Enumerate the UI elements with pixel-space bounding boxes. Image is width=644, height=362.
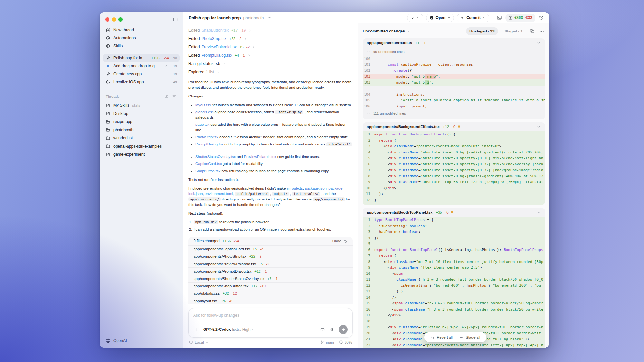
diff-more-button[interactable]: [538, 28, 545, 34]
project-item-my-skills[interactable]: My Skillsskills: [103, 101, 180, 110]
thread-item-localize-ios-app[interactable]: Localize iOS app4d: [103, 78, 180, 86]
diff-file-header[interactable]: app/components/BoothTopPanel.tsx+35-0: [363, 208, 545, 217]
sidebar-item-skills[interactable]: Skills: [103, 42, 180, 50]
project-label: openai-apps-sdk-examples: [113, 144, 162, 149]
revert-all-button[interactable]: Revert all: [430, 335, 453, 339]
file-link[interactable]: globals.css: [195, 110, 213, 114]
file-link[interactable]: ShutterStatusOverlay.tsx: [195, 155, 236, 159]
chat-event[interactable]: Rangit status -sb: [188, 60, 353, 68]
project-item-openai-apps-sdk-examples[interactable]: openai-apps-sdk-examples: [103, 142, 180, 151]
filter-threads-button[interactable]: [172, 94, 176, 99]
project-item-recipe-app[interactable]: recipe-app: [103, 118, 180, 126]
copy-diff-button[interactable]: [529, 28, 535, 34]
diff-line: 10 </div>: [363, 185, 545, 191]
thread-item-add-drag-and-drop-to-gallery-phot[interactable]: Add drag and drop to gallery phot...1d: [103, 62, 180, 70]
diff-stats-badge[interactable]: +863 -332: [505, 14, 535, 22]
play-icon: [411, 16, 415, 20]
screenshot-button[interactable]: [319, 327, 326, 333]
open-button[interactable]: Open: [426, 14, 454, 22]
file-row[interactable]: app/globals.css+32-12: [188, 290, 353, 297]
chat-event[interactable]: EditedPreviewPolaroid.tsx+5-2: [188, 43, 353, 51]
line-number: 20: [363, 331, 374, 335]
project-item-wanderlust[interactable]: wanderlust: [103, 134, 180, 143]
chat-event[interactable]: EditedPromptDialog.tsx+4-1: [188, 51, 353, 60]
unmodified-lines-toggle[interactable]: 111 unmodified lines: [363, 109, 545, 117]
tab-unstaged[interactable]: Unstaged · 33: [466, 27, 498, 35]
branch-indicator[interactable]: main: [320, 340, 334, 344]
file-link[interactable]: PhotoStrip.tsx: [195, 135, 218, 139]
diff-file-body: 99 unmodified lines100101 const captionP…: [363, 47, 545, 119]
file-link[interactable]: SnapButton.tsx: [195, 169, 220, 173]
diff-file-header[interactable]: app/components/BackgroundEffects.tsx+12-…: [363, 122, 545, 131]
step-text: I can add a share/download action or an …: [194, 227, 331, 232]
file-row[interactable]: app/components/PhotoStrip.tsx+22-2: [188, 253, 353, 260]
file-link[interactable]: environment.toml: [205, 192, 233, 196]
file-link[interactable]: layout.tsx: [195, 103, 211, 107]
inline-code: role="alert": [326, 142, 352, 146]
diff-line: 11 className={`h-3 w-3 rounded-full bord…: [363, 277, 545, 283]
mic-button[interactable]: [329, 327, 335, 333]
file-link[interactable]: page.tsx: [195, 123, 209, 126]
event-target: PreviewPolaroid.tsx: [201, 45, 237, 49]
chat-event[interactable]: Explored1 list: [188, 68, 353, 76]
project-item-desktop[interactable]: Desktop: [103, 109, 180, 118]
file-row[interactable]: app/components/SnapButton.tsx+17-19: [188, 282, 353, 290]
account-row[interactable]: OpenAI: [105, 338, 127, 343]
file-link[interactable]: package-lock.json: [188, 186, 344, 196]
file-link[interactable]: route.ts: [290, 186, 303, 190]
undo-button[interactable]: Undo: [332, 239, 347, 243]
sidebar-item-label: Skills: [113, 44, 123, 48]
attach-button[interactable]: [193, 327, 199, 333]
minimize-button[interactable]: [112, 17, 116, 22]
thread-menu-button[interactable]: [267, 15, 272, 21]
project-item-photobooth[interactable]: photobooth: [103, 126, 180, 134]
sidebar-item-automations[interactable]: Automations: [103, 34, 180, 42]
unmodified-lines-toggle[interactable]: 99 unmodified lines: [363, 48, 545, 56]
sidebar-item-new-thread[interactable]: New thread: [103, 26, 180, 34]
file-row[interactable]: app/components/ShutterStatusOverlay.tsx+…: [188, 275, 353, 282]
toolbar: Open Commit +863 -332: [407, 14, 545, 22]
terminal-button[interactable]: [496, 14, 503, 21]
file-link[interactable]: package.json: [305, 186, 327, 190]
commit-button[interactable]: Commit: [457, 14, 489, 22]
file-row[interactable]: app/components/PromptDialog.tsx+12-1: [188, 267, 353, 275]
event-target: PromptDialog.tsx: [201, 53, 232, 58]
file-row[interactable]: app/layout.tsx+26-8: [188, 297, 353, 304]
chat-transcript[interactable]: EditedSnapButton.tsx+17-19EditedPhotoStr…: [188, 23, 353, 304]
file-link[interactable]: PromptDialog.tsx: [195, 142, 223, 146]
run-button[interactable]: [407, 14, 423, 22]
stage-all-button[interactable]: Stage all: [459, 335, 480, 339]
line-code: }`}: [374, 289, 545, 293]
thread-item-create-new-app[interactable]: Create new app1d: [103, 70, 180, 78]
environment-selector[interactable]: Local: [189, 340, 209, 344]
chat-event[interactable]: EditedSnapButton.tsx+17-19: [188, 26, 353, 34]
zoom-button[interactable]: [118, 17, 123, 22]
diff-line: 7 <div className="absolute inset-0 opaci…: [363, 167, 545, 173]
tab-staged[interactable]: Staged · 1: [501, 27, 526, 35]
file-row[interactable]: app/components/CaptionCard.tsx+5-2: [188, 245, 353, 253]
open-label: Open: [436, 15, 446, 20]
composer-input[interactable]: [193, 313, 348, 318]
diff-file-header[interactable]: app/api/generate/route.ts+1-1: [363, 38, 545, 47]
line-code: className={`h-3 w-3 rounded-full border …: [374, 277, 545, 282]
close-button[interactable]: [105, 17, 109, 22]
changes-scope-selector[interactable]: Uncommitted changes: [363, 29, 410, 33]
file-row[interactable]: app/components/PreviewPolaroid.tsx+5-2: [188, 260, 353, 267]
event-verb: Ran: [188, 61, 196, 66]
thread-item-polish-app-for-launch-prep[interactable]: Polish app for launch prep+156-547m: [103, 54, 180, 62]
file-link[interactable]: PreviewPolaroid.tsx: [244, 155, 276, 159]
send-button[interactable]: [339, 325, 348, 334]
model-selector[interactable]: GPT-5.2-Codex Extra High: [203, 327, 255, 332]
chat-events: EditedSnapButton.tsx+17-19EditedPhotoStr…: [188, 23, 353, 76]
file-link[interactable]: CaptionCard.tsx: [195, 162, 222, 166]
project-item-game-experiment[interactable]: game-experiment: [103, 151, 180, 159]
history-button[interactable]: [538, 14, 545, 21]
added-count: +5: [259, 262, 263, 266]
diff-panel[interactable]: Uncommitted changes Unstaged · 33 Staged…: [358, 23, 549, 348]
thread-title: Create new app: [113, 72, 142, 76]
new-project-button[interactable]: [164, 94, 169, 99]
chat-event[interactable]: EditedPhotoStrip.tsx+22-2: [188, 34, 353, 43]
line-code: }: [374, 198, 545, 202]
sidebar-toggle-button[interactable]: [172, 16, 179, 24]
chat-column: EditedSnapButton.tsx+17-19EditedPhotoStr…: [183, 23, 358, 348]
